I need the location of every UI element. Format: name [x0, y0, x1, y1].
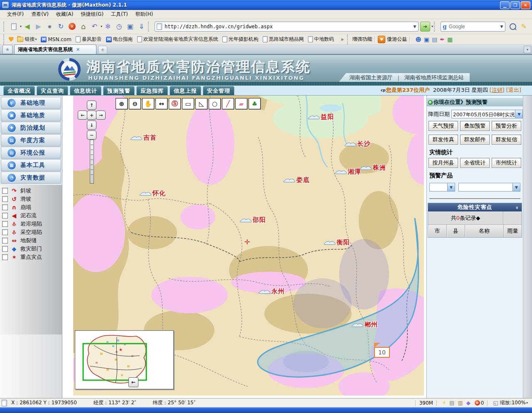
- sidebar-section-4[interactable]: ▤环境公报: [1, 147, 61, 159]
- nav-tab-0[interactable]: 全省概况: [3, 86, 35, 95]
- plugin-cube-icon[interactable]: ▦: [447, 36, 453, 43]
- history-dropdown-icon[interactable]: ◉: [44, 21, 55, 32]
- rain-date-select[interactable]: 2007年05月05日08时实况 ▼: [451, 110, 523, 118]
- zoom-in-tool[interactable]: ⊕: [116, 98, 128, 109]
- printer-icon[interactable]: ▤: [449, 400, 454, 406]
- menu-item[interactable]: 文件(F): [3, 10, 27, 19]
- measure-tool[interactable]: ↔: [155, 98, 167, 109]
- minimize-button[interactable]: ▁: [500, 1, 510, 9]
- forward-icon[interactable]: ▶: [33, 21, 44, 32]
- sidebar-section-5[interactable]: ▦基本工具: [1, 159, 61, 171]
- magic-wand-icon[interactable]: ✻: [102, 21, 113, 32]
- link-item[interactable]: 暴风影音: [76, 36, 102, 43]
- tab-close-icon[interactable]: ✕: [76, 47, 80, 52]
- pan-left-button[interactable]: ←: [78, 111, 87, 120]
- zoom-level[interactable]: 缩放:100%: [500, 399, 526, 406]
- table-header-cell[interactable]: 名称: [465, 225, 503, 237]
- tab-active[interactable]: 湖南省地质灾害信息系统 ✕: [14, 44, 96, 54]
- layer-checkbox[interactable]: [2, 188, 8, 194]
- nav-tab-3[interactable]: 预测预警: [103, 86, 135, 95]
- link-item[interactable]: 链接▾: [17, 36, 37, 43]
- links-overflow-icon[interactable]: »: [341, 37, 344, 42]
- tab-scroll-button[interactable]: ▾: [524, 46, 531, 53]
- pan-down-button[interactable]: ↓: [87, 120, 96, 130]
- full-extent-tool[interactable]: ♣: [249, 98, 261, 109]
- sidebar-section-0[interactable]: ≫基础地理: [1, 97, 61, 109]
- table-header-cell[interactable]: 雨量: [503, 225, 522, 237]
- draw-line-tool[interactable]: ╱: [222, 98, 234, 109]
- sidebar-section-1[interactable]: ▣基础地质: [1, 109, 61, 121]
- logout-link[interactable]: [注销]: [490, 86, 505, 94]
- layer-checkbox[interactable]: [2, 246, 8, 252]
- panel-button[interactable]: 按月州县: [429, 158, 458, 168]
- window-manager-icon[interactable]: ▣: [125, 21, 136, 32]
- go-dropdown-icon[interactable]: ▾: [431, 25, 433, 28]
- new-tab-button[interactable]: +: [98, 46, 107, 54]
- panel-button[interactable]: 天气预报: [429, 121, 458, 131]
- messenger-icon[interactable]: ☻: [415, 36, 421, 43]
- collapse-icon[interactable]: «: [514, 206, 519, 209]
- scrollbar-track[interactable]: [523, 96, 532, 398]
- menu-item[interactable]: 帮助(H): [132, 10, 157, 19]
- highlight-icon[interactable]: ✎: [518, 21, 530, 32]
- product-select-small[interactable]: ▼: [429, 183, 455, 192]
- favorites-heart-icon[interactable]: ♥: [8, 36, 14, 43]
- rect-select-tool[interactable]: ▭: [182, 98, 194, 109]
- panel-button[interactable]: 市州统计: [492, 158, 521, 168]
- address-input[interactable]: [164, 23, 411, 30]
- link-item[interactable]: 欢迎登陆湖南省地质灾害信息系统: [137, 36, 218, 43]
- polygon-select-tool[interactable]: ◺: [195, 98, 207, 109]
- overview-collapse-button[interactable]: ←: [128, 377, 138, 387]
- panel-button[interactable]: 群发传真: [429, 135, 458, 145]
- table-header-cell[interactable]: 县: [446, 225, 465, 237]
- link-geo-monitoring[interactable]: 湖南省地质环境监测总站: [404, 74, 464, 81]
- link-item[interactable]: 中地数码: [308, 36, 334, 43]
- chevron-down-icon[interactable]: ▼: [515, 110, 522, 118]
- history-clock-icon[interactable]: ◷: [113, 21, 125, 32]
- zoom-plus-button[interactable]: +: [87, 111, 96, 120]
- sidebar-section-3[interactable]: ▤年度方案: [1, 134, 61, 146]
- address-dropdown-icon[interactable]: ▼: [411, 22, 418, 31]
- sidebar-section-2[interactable]: ✚防治规划: [1, 122, 61, 134]
- new-tab-icon[interactable]: [8, 21, 20, 32]
- nav-tab-1[interactable]: 灾点查询: [37, 86, 68, 95]
- zoom-resize-icon[interactable]: ◱: [493, 400, 498, 406]
- home-icon[interactable]: ⌂: [78, 21, 89, 32]
- panel-button[interactable]: 群发短信: [492, 135, 521, 145]
- window-status-icon[interactable]: ▥: [458, 400, 463, 406]
- link-item[interactable]: 觅路城市精品网: [263, 36, 304, 43]
- scale-tool[interactable]: Ⓢ: [169, 98, 181, 109]
- download-icon[interactable]: ⇓: [136, 21, 147, 32]
- undo-icon[interactable]: ↶: [89, 21, 100, 32]
- nav-tab-5[interactable]: 信息上报: [170, 86, 201, 95]
- layer-checkbox[interactable]: [2, 196, 8, 202]
- layer-checkbox[interactable]: [2, 204, 8, 210]
- layer-checkbox[interactable]: [2, 229, 8, 235]
- zoom-out-tool[interactable]: ⊖: [129, 98, 141, 109]
- eraser-tool[interactable]: ▰: [235, 98, 247, 109]
- layer-checkbox[interactable]: [2, 213, 8, 219]
- charity-shield-icon[interactable]: ♥: [378, 36, 385, 43]
- paint-icon[interactable]: ✒: [440, 36, 445, 43]
- panel-button[interactable]: 预警分析: [492, 121, 521, 131]
- link-item[interactable]: MMSN.com: [41, 37, 71, 42]
- zoom-minus-button[interactable]: −: [87, 130, 96, 140]
- charity-link[interactable]: 傲游公益: [387, 36, 407, 43]
- plugin-diamond-icon[interactable]: ◆: [466, 400, 470, 406]
- layer-checkbox[interactable]: [2, 221, 8, 227]
- link-land-resources[interactable]: 湖南省国土资源厅: [350, 74, 393, 81]
- search-dropdown-icon[interactable]: ▼: [498, 22, 505, 31]
- pan-tool[interactable]: ✋: [142, 98, 154, 109]
- circle-select-tool[interactable]: ○: [209, 98, 221, 109]
- nav-tab-2[interactable]: 信息统计: [70, 86, 101, 95]
- nav-tab-4[interactable]: 应急指挥: [136, 86, 168, 95]
- product-select-large[interactable]: ▼: [458, 183, 520, 192]
- enhance-menu[interactable]: 增强功能: [352, 36, 372, 43]
- refresh-icon[interactable]: ↻: [55, 21, 66, 32]
- search-input[interactable]: [448, 23, 498, 30]
- menu-item[interactable]: 工具(T): [107, 10, 132, 19]
- menu-item[interactable]: 查看(V): [27, 10, 52, 19]
- zoom-dropdown-icon[interactable]: ▾: [526, 401, 528, 405]
- pan-right-button[interactable]: →: [96, 111, 106, 120]
- nav-tab-6[interactable]: 安全管理: [203, 86, 234, 95]
